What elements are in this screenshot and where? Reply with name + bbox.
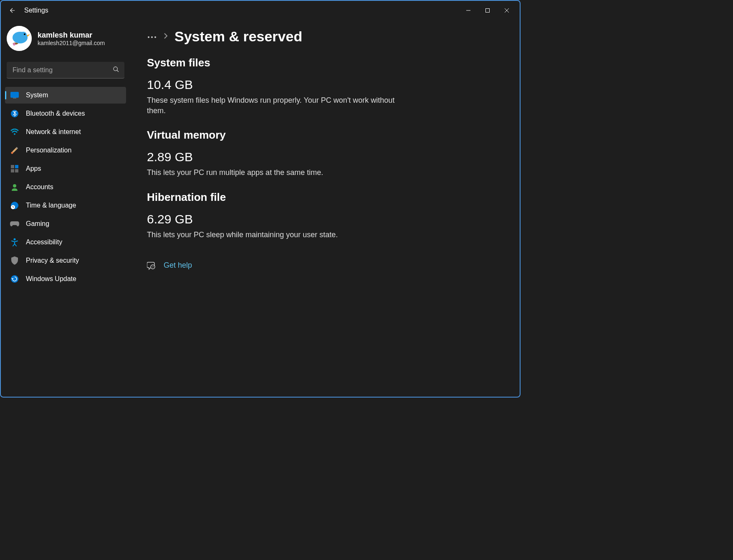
svg-rect-19 bbox=[15, 169, 18, 172]
accessibility-icon bbox=[10, 238, 19, 247]
svg-point-15 bbox=[11, 152, 13, 154]
svg-rect-12 bbox=[13, 98, 16, 99]
section-title: System files bbox=[147, 56, 503, 69]
sidebar-item-label: Bluetooth & devices bbox=[26, 110, 85, 117]
svg-point-9 bbox=[114, 67, 117, 71]
section-description: These system files help Windows run prop… bbox=[147, 95, 397, 116]
sidebar-item-bluetooth[interactable]: Bluetooth & devices bbox=[5, 105, 126, 122]
sidebar-item-accounts[interactable]: Accounts bbox=[5, 179, 126, 195]
svg-rect-1 bbox=[486, 9, 490, 13]
update-icon bbox=[10, 274, 19, 284]
search-icon bbox=[113, 66, 119, 74]
section-system-files: System files 10.4 GB These system files … bbox=[147, 56, 503, 116]
sidebar-item-label: Windows Update bbox=[26, 275, 76, 283]
person-icon bbox=[10, 182, 19, 192]
maximize-icon bbox=[485, 8, 490, 13]
help-label: Get help bbox=[164, 261, 192, 270]
dots-icon bbox=[147, 35, 157, 39]
search-input[interactable] bbox=[7, 62, 124, 79]
search-box bbox=[7, 62, 124, 79]
svg-rect-18 bbox=[11, 169, 14, 172]
wifi-icon bbox=[10, 127, 19, 137]
sidebar-item-network[interactable]: Network & internet bbox=[5, 124, 126, 140]
minimize-button[interactable] bbox=[459, 4, 478, 17]
sidebar-item-label: Personalization bbox=[26, 147, 71, 154]
gamepad-icon bbox=[10, 219, 19, 228]
svg-point-28 bbox=[151, 36, 153, 38]
section-value: 6.29 GB bbox=[147, 212, 503, 226]
user-email: kamlesh2011@gmail.com bbox=[38, 40, 105, 46]
section-title: Hibernation file bbox=[147, 191, 503, 204]
breadcrumb-more-button[interactable] bbox=[147, 33, 157, 41]
bird-avatar-icon bbox=[7, 26, 32, 51]
bluetooth-icon bbox=[10, 109, 19, 118]
user-info: kamlesh kumar kamlesh2011@gmail.com bbox=[38, 31, 105, 46]
svg-point-14 bbox=[14, 133, 15, 135]
sidebar-item-label: Privacy & security bbox=[26, 257, 79, 264]
clock-globe-icon bbox=[10, 201, 19, 210]
arrow-left-icon bbox=[9, 7, 16, 14]
apps-icon bbox=[10, 164, 19, 173]
user-name: kamlesh kumar bbox=[38, 31, 105, 40]
svg-point-6 bbox=[20, 32, 27, 38]
titlebar: Settings bbox=[1, 1, 520, 20]
get-help-link[interactable]: ? Get help bbox=[147, 261, 503, 270]
svg-point-20 bbox=[13, 184, 16, 188]
sidebar-item-accessibility[interactable]: Accessibility bbox=[5, 234, 126, 251]
app-title: Settings bbox=[24, 7, 48, 14]
svg-point-8 bbox=[13, 43, 15, 46]
sidebar-item-time-language[interactable]: Time & language bbox=[5, 197, 126, 214]
sidebar-item-windows-update[interactable]: Windows Update bbox=[5, 271, 126, 287]
chevron-right-icon bbox=[164, 33, 168, 41]
svg-point-25 bbox=[14, 238, 16, 241]
maximize-button[interactable] bbox=[478, 4, 497, 17]
section-hibernation-file: Hibernation file 6.29 GB This lets your … bbox=[147, 191, 503, 240]
svg-rect-11 bbox=[10, 92, 19, 98]
svg-point-27 bbox=[148, 36, 149, 38]
help-icon: ? bbox=[147, 261, 156, 270]
svg-point-7 bbox=[24, 33, 25, 35]
svg-point-29 bbox=[154, 36, 156, 38]
sidebar-item-apps[interactable]: Apps bbox=[5, 160, 126, 177]
sidebar-item-label: Network & internet bbox=[26, 128, 81, 136]
page-title: System & reserved bbox=[174, 28, 302, 45]
shield-icon bbox=[10, 256, 19, 265]
svg-rect-16 bbox=[11, 165, 14, 168]
close-button[interactable] bbox=[497, 4, 516, 17]
sidebar: kamlesh kumar kamlesh2011@gmail.com Syst… bbox=[1, 20, 130, 397]
main-content: System & reserved System files 10.4 GB T… bbox=[130, 20, 520, 397]
section-value: 10.4 GB bbox=[147, 78, 503, 92]
svg-text:?: ? bbox=[152, 266, 154, 269]
sidebar-item-label: Accessibility bbox=[26, 238, 62, 246]
section-value: 2.89 GB bbox=[147, 150, 503, 164]
window-controls bbox=[459, 4, 516, 17]
sidebar-item-gaming[interactable]: Gaming bbox=[5, 215, 126, 232]
user-account-button[interactable]: kamlesh kumar kamlesh2011@gmail.com bbox=[5, 24, 126, 58]
avatar bbox=[7, 26, 32, 51]
section-virtual-memory: Virtual memory 2.89 GB This lets your PC… bbox=[147, 129, 503, 178]
sidebar-item-label: Accounts bbox=[26, 183, 53, 191]
section-description: This lets your PC sleep while maintainin… bbox=[147, 230, 397, 240]
sidebar-item-label: Gaming bbox=[26, 220, 49, 228]
close-icon bbox=[504, 8, 509, 13]
sidebar-item-label: Time & language bbox=[26, 202, 76, 209]
back-button[interactable] bbox=[4, 2, 21, 19]
svg-line-10 bbox=[117, 70, 119, 72]
svg-point-26 bbox=[11, 275, 18, 283]
sidebar-item-label: Apps bbox=[26, 165, 41, 172]
svg-rect-17 bbox=[15, 165, 18, 168]
breadcrumb: System & reserved bbox=[147, 28, 503, 45]
paintbrush-icon bbox=[10, 146, 19, 155]
display-icon bbox=[10, 91, 19, 100]
section-title: Virtual memory bbox=[147, 129, 503, 142]
sidebar-item-system[interactable]: System bbox=[5, 87, 126, 104]
minimize-icon bbox=[466, 8, 471, 13]
sidebar-item-label: System bbox=[26, 91, 48, 99]
section-description: This lets your PC run multiple apps at t… bbox=[147, 167, 397, 178]
sidebar-item-personalization[interactable]: Personalization bbox=[5, 142, 126, 159]
sidebar-item-privacy[interactable]: Privacy & security bbox=[5, 252, 126, 269]
